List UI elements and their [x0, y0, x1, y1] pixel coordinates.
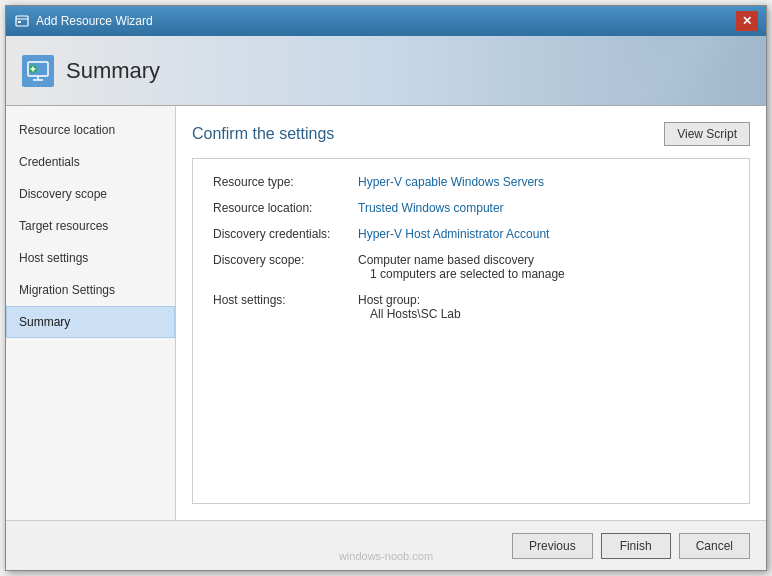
value-resource-type: Hyper-V capable Windows Servers	[358, 175, 729, 189]
title-bar-text: Add Resource Wizard	[36, 14, 153, 28]
svg-rect-0	[16, 16, 28, 26]
sidebar-item-target-resources[interactable]: Target resources	[6, 210, 175, 242]
setting-row-discovery-scope: Discovery scope: Computer name based dis…	[213, 253, 729, 281]
header-title: Summary	[66, 58, 160, 84]
panel-header: Confirm the settings View Script	[192, 122, 750, 146]
setting-row-resource-type: Resource type: Hyper-V capable Windows S…	[213, 175, 729, 189]
setting-row-discovery-credentials: Discovery credentials: Hyper-V Host Admi…	[213, 227, 729, 241]
panel-title: Confirm the settings	[192, 125, 334, 143]
right-panel: Confirm the settings View Script Resourc…	[176, 106, 766, 520]
label-resource-type: Resource type:	[213, 175, 358, 189]
finish-button[interactable]: Finish	[601, 533, 671, 559]
header-icon	[22, 55, 54, 87]
value-resource-location: Trusted Windows computer	[358, 201, 729, 215]
setting-row-resource-location: Resource location: Trusted Windows compu…	[213, 201, 729, 215]
view-script-button[interactable]: View Script	[664, 122, 750, 146]
sidebar-item-resource-location[interactable]: Resource location	[6, 114, 175, 146]
value-discovery-scope: Computer name based discovery 1 computer…	[358, 253, 729, 281]
value-host-settings: Host group: All Hosts\SC Lab	[358, 293, 729, 321]
wizard-window: Add Resource Wizard ✕ Summary Resource l…	[5, 5, 767, 571]
title-bar-left: Add Resource Wizard	[14, 13, 153, 29]
sidebar-item-summary[interactable]: Summary	[6, 306, 175, 338]
watermark: windows-noob.com	[339, 550, 433, 562]
label-discovery-credentials: Discovery credentials:	[213, 227, 358, 241]
header-banner: Summary	[6, 36, 766, 106]
sidebar-item-discovery-scope[interactable]: Discovery scope	[6, 178, 175, 210]
label-discovery-scope: Discovery scope:	[213, 253, 358, 267]
svg-rect-2	[18, 21, 21, 23]
label-resource-location: Resource location:	[213, 201, 358, 215]
label-host-settings: Host settings:	[213, 293, 358, 307]
cancel-button[interactable]: Cancel	[679, 533, 750, 559]
setting-row-host-settings: Host settings: Host group: All Hosts\SC …	[213, 293, 729, 321]
sidebar-item-host-settings[interactable]: Host settings	[6, 242, 175, 274]
main-content: Resource location Credentials Discovery …	[6, 106, 766, 520]
footer: windows-noob.com Previous Finish Cancel	[6, 520, 766, 570]
previous-button[interactable]: Previous	[512, 533, 593, 559]
value-discovery-credentials: Hyper-V Host Administrator Account	[358, 227, 729, 241]
sidebar: Resource location Credentials Discovery …	[6, 106, 176, 520]
title-bar: Add Resource Wizard ✕	[6, 6, 766, 36]
close-button[interactable]: ✕	[736, 11, 758, 31]
sidebar-item-migration-settings[interactable]: Migration Settings	[6, 274, 175, 306]
wizard-icon	[14, 13, 30, 29]
settings-box: Resource type: Hyper-V capable Windows S…	[192, 158, 750, 504]
sidebar-item-credentials[interactable]: Credentials	[6, 146, 175, 178]
